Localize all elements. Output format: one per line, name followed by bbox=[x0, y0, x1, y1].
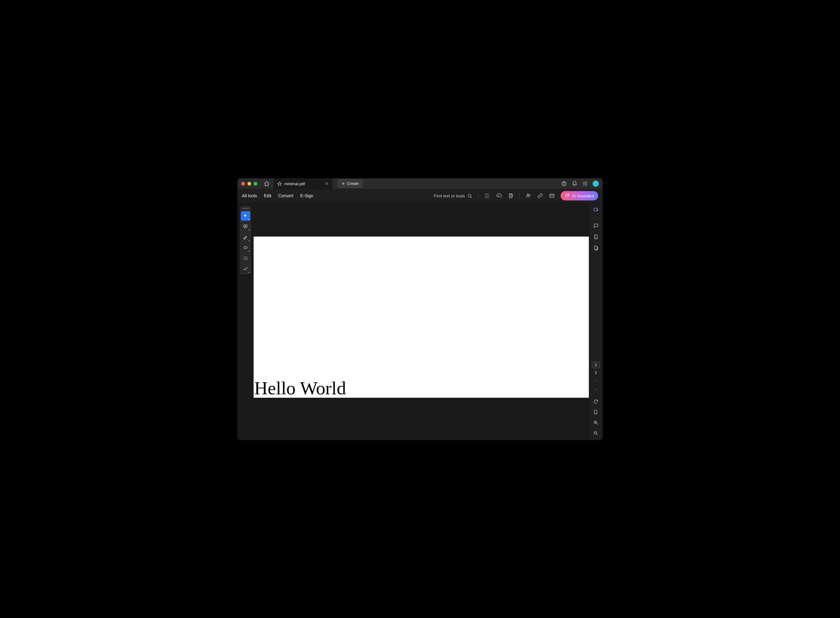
svg-line-38 bbox=[596, 423, 597, 425]
page-navigation: 1 1 ︿ ﹀ bbox=[592, 361, 600, 440]
find-button[interactable]: Find text or tools bbox=[434, 193, 473, 199]
next-page-button[interactable]: ﹀ bbox=[594, 386, 598, 394]
draw-tool[interactable] bbox=[241, 243, 250, 252]
create-button[interactable]: Create bbox=[337, 180, 363, 188]
svg-point-6 bbox=[585, 182, 586, 183]
comment-tool[interactable] bbox=[241, 222, 250, 231]
zoom-in-icon[interactable] bbox=[593, 419, 599, 426]
app-window: minimal.pdf ✕ Create A bbox=[237, 178, 603, 440]
left-tool-rail: A bbox=[237, 203, 254, 440]
svg-rect-18 bbox=[510, 196, 512, 198]
window-minimize-button[interactable] bbox=[247, 182, 251, 186]
comments-panel-icon[interactable] bbox=[593, 223, 599, 229]
document-viewport[interactable]: Hello World bbox=[254, 203, 589, 440]
svg-point-11 bbox=[583, 184, 584, 186]
svg-point-7 bbox=[586, 182, 587, 183]
ai-label: AI Assistant bbox=[572, 193, 594, 198]
svg-point-10 bbox=[586, 183, 587, 184]
svg-point-5 bbox=[583, 182, 584, 183]
ai-panel-icon[interactable] bbox=[593, 206, 599, 214]
find-label: Find text or tools bbox=[434, 193, 465, 198]
menu-esign[interactable]: E-Sign bbox=[300, 193, 313, 198]
rotate-icon[interactable] bbox=[593, 398, 599, 405]
menu-all-tools[interactable]: All tools bbox=[242, 193, 257, 198]
ai-assistant-button[interactable]: AI Assistant bbox=[561, 191, 598, 201]
share-user-icon[interactable] bbox=[525, 193, 532, 199]
body: A Hello World bbox=[237, 203, 603, 440]
window-maximize-button[interactable] bbox=[254, 182, 257, 186]
window-controls bbox=[241, 182, 257, 186]
search-icon bbox=[467, 193, 472, 199]
apps-icon[interactable] bbox=[582, 181, 588, 187]
svg-rect-16 bbox=[486, 196, 488, 198]
sign-tool[interactable] bbox=[241, 264, 250, 273]
window-close-button[interactable] bbox=[241, 182, 245, 186]
titlebar: minimal.pdf ✕ Create bbox=[237, 178, 603, 189]
svg-rect-36 bbox=[594, 410, 597, 413]
svg-point-29 bbox=[244, 246, 247, 248]
mail-icon[interactable] bbox=[549, 193, 555, 199]
star-icon[interactable] bbox=[277, 181, 282, 186]
home-button[interactable] bbox=[262, 181, 271, 186]
svg-point-4 bbox=[564, 184, 564, 185]
document-tab[interactable]: minimal.pdf ✕ bbox=[274, 178, 332, 189]
svg-point-12 bbox=[585, 184, 586, 186]
page-text: Hello World bbox=[254, 377, 346, 399]
help-icon[interactable] bbox=[561, 181, 567, 187]
user-avatar[interactable] bbox=[593, 181, 599, 187]
link-icon[interactable] bbox=[537, 193, 543, 199]
text-box-tool[interactable]: A bbox=[241, 254, 250, 263]
fit-page-icon[interactable] bbox=[593, 409, 599, 416]
pdf-page[interactable]: Hello World bbox=[254, 236, 589, 398]
svg-line-15 bbox=[471, 196, 472, 197]
thumbnails-panel-icon[interactable] bbox=[593, 245, 599, 252]
svg-point-13 bbox=[586, 184, 587, 186]
svg-marker-0 bbox=[277, 182, 281, 186]
select-tool[interactable] bbox=[241, 211, 250, 221]
svg-rect-35 bbox=[594, 246, 597, 250]
tool-group: A bbox=[240, 206, 251, 275]
current-page-input[interactable]: 1 bbox=[592, 361, 600, 368]
menu-convert[interactable]: Convert bbox=[278, 193, 293, 198]
tool-drag-handle[interactable] bbox=[242, 208, 249, 209]
svg-point-9 bbox=[585, 183, 586, 184]
bookmarks-panel-icon[interactable] bbox=[593, 233, 599, 241]
highlight-tool[interactable] bbox=[241, 232, 250, 242]
svg-rect-32 bbox=[594, 208, 597, 211]
svg-point-19 bbox=[527, 194, 529, 196]
prev-page-button[interactable]: ︿ bbox=[594, 377, 598, 385]
upload-icon[interactable] bbox=[496, 193, 502, 199]
tab-title: minimal.pdf bbox=[284, 181, 305, 186]
ai-chat-icon bbox=[565, 193, 570, 198]
svg-point-14 bbox=[468, 194, 471, 197]
save-icon bbox=[484, 193, 490, 199]
print-icon[interactable] bbox=[508, 193, 514, 199]
menu-edit[interactable]: Edit bbox=[264, 193, 271, 198]
total-pages: 1 bbox=[595, 370, 597, 375]
svg-text:A: A bbox=[245, 257, 246, 259]
svg-point-8 bbox=[583, 183, 584, 184]
svg-line-42 bbox=[596, 434, 597, 435]
bell-icon[interactable] bbox=[572, 181, 578, 187]
tab-close-button[interactable]: ✕ bbox=[325, 181, 329, 186]
menubar: All tools Edit Convert E-Sign Find text … bbox=[237, 189, 603, 203]
right-panel-rail: 1 1 ︿ ﹀ bbox=[589, 203, 603, 440]
zoom-out-icon[interactable] bbox=[593, 430, 599, 437]
create-label: Create bbox=[347, 181, 359, 186]
